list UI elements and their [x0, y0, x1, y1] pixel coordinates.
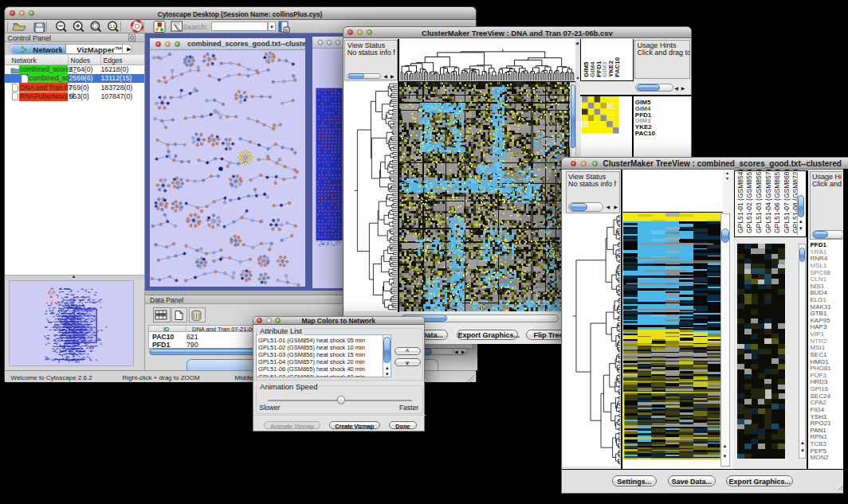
svg-text:1:1: 1:1	[109, 25, 115, 29]
